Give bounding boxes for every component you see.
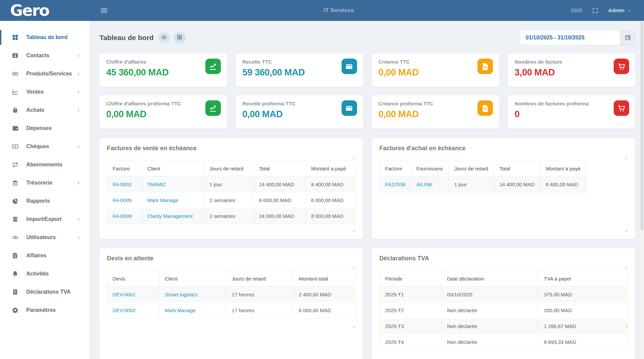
client-link[interactable]: Mark Manage xyxy=(165,307,196,313)
sidebar-item-depenses[interactable]: Dépenses xyxy=(0,119,89,137)
toggle-visibility-button[interactable] xyxy=(158,32,170,43)
record-link[interactable]: FA-0005 xyxy=(113,197,132,203)
receipt-icon xyxy=(11,288,19,296)
scroll-down-icon: ▼ xyxy=(625,326,628,329)
sidebar-item-produits-services[interactable]: Produits/Services xyxy=(0,65,89,83)
kpi-label: Chiffre d'affaires xyxy=(106,59,220,65)
declarations-tva-table: PériodeDate déclarationTVA à payer2025-T… xyxy=(379,271,628,350)
barcode-icon xyxy=(11,70,19,77)
client-link[interactable]: TARMIZ xyxy=(147,182,166,187)
record-link[interactable]: FA22536 xyxy=(385,182,405,187)
column-header: Jours de retard xyxy=(204,161,254,176)
record-link[interactable]: FA-0009 xyxy=(113,213,132,219)
client-link[interactable]: Clarity Management xyxy=(147,213,193,219)
kpi-card-recette-proforma-ttc: Recette proforma TTC0,00 MAD xyxy=(236,95,363,129)
table-cell: 2025-T3 xyxy=(380,318,442,334)
sidebar-item-affaires[interactable]: $Affaires xyxy=(0,247,89,265)
record-link[interactable]: DEV-0002 xyxy=(113,307,136,313)
sidebar-item-tableau-de-bord[interactable]: Tableau de bord xyxy=(0,28,89,46)
column-header: Fournisseur xyxy=(411,161,449,176)
client-link[interactable]: Mark Manage xyxy=(147,197,178,203)
sidebar-item-contacts[interactable]: Contacts xyxy=(0,46,89,65)
scroll-up-icon: ▲ xyxy=(625,266,628,269)
kpi-label: Chiffre d'affaires proforma TTC xyxy=(106,101,220,106)
sidebar-item-utilisateurs[interactable]: Utilisateurs xyxy=(0,228,89,247)
sidebar-item-declarations-tva[interactable]: Déclarations TVA xyxy=(0,283,89,301)
column-header: Total xyxy=(494,161,540,176)
scrollbar-thumb[interactable] xyxy=(641,22,643,230)
sidebar-item-tresorerie[interactable]: Trésorerie xyxy=(0,174,89,192)
table-cell: 17 heures xyxy=(226,302,293,319)
table-cell: Non déclarée xyxy=(442,334,538,350)
year-selector[interactable]: 2025 xyxy=(570,7,582,13)
kpi-value: 3,00 MAD xyxy=(515,67,628,78)
sidebar-nav: Tableau de bordContactsProduits/Services… xyxy=(0,28,89,319)
bank-icon xyxy=(11,179,19,187)
chart-line-icon xyxy=(205,59,221,74)
sidebar-item-import-export[interactable]: Import/Export xyxy=(0,210,89,228)
factures-d-achat-en-echeance-table: FactureFournisseurJours de retardTotalMo… xyxy=(379,161,586,193)
repeat-icon xyxy=(11,161,19,168)
app-logo[interactable]: Gero xyxy=(0,0,89,21)
panel-factures-d-achat-en-echeance: Factures d'achat en échéance▲FactureFour… xyxy=(372,138,635,239)
table-row: FA22536AILINK1 jour14 400,00 MAD8 400,00… xyxy=(380,176,586,193)
kpi-label: Recette TTC xyxy=(242,59,356,65)
id-card-icon xyxy=(11,52,19,59)
sidebar-item-cheques[interactable]: Chéques xyxy=(0,137,89,156)
kpi-value: 0 xyxy=(515,109,628,120)
chart-axis-icon xyxy=(11,88,19,96)
table-cell: 200,00 MAD xyxy=(538,302,628,318)
kpi-card-recette-ttc: Recette TTC59 360,00 MAD xyxy=(236,53,363,87)
kpi-value: 0,00 MAD xyxy=(379,109,493,120)
kpi-label: Recette proforma TTC xyxy=(242,101,356,106)
bag-icon xyxy=(11,106,19,114)
pie-icon xyxy=(11,197,19,205)
column-header: Montant a payé xyxy=(305,161,355,176)
panel-title: Déclarations TVA xyxy=(379,255,628,262)
sidebar-item-label: Achats xyxy=(26,107,76,113)
scroll-down-icon: ▼ xyxy=(352,230,355,233)
sidebar-item-rapports[interactable]: Rapports xyxy=(0,192,89,210)
table-cell: 6 893,33 MAD xyxy=(538,334,628,350)
panel-declarations-tva: Déclarations TVA▲PériodeDate déclaration… xyxy=(372,248,635,359)
kpi-label: Créance proforma TTC xyxy=(379,101,493,106)
table-cell: 03/10/2025 xyxy=(442,287,538,303)
scroll-down-icon: ▼ xyxy=(352,326,355,329)
fullscreen-button[interactable] xyxy=(591,7,599,14)
page-scrollbar[interactable] xyxy=(640,21,644,359)
date-range-picker xyxy=(520,31,635,45)
sidebar-item-label: Affaires xyxy=(26,253,81,259)
record-link[interactable]: DEV-0001 xyxy=(113,292,136,297)
table-row: FA-0005Mark Manage2 semaines6 000,00 MAD… xyxy=(107,192,355,208)
wallet-side-icon xyxy=(11,125,19,132)
client-link[interactable]: AILINK xyxy=(416,182,433,187)
sidebar-item-activites[interactable]: Activités xyxy=(0,265,89,283)
sidebar-item-parametres[interactable]: Paramètres xyxy=(0,301,89,319)
topbar: Gero IT Services 2025 Admin xyxy=(0,0,644,21)
chart-line-icon xyxy=(205,100,221,116)
date-range-input[interactable] xyxy=(520,31,620,45)
kpi-card-creance-proforma-ttc: Créance proforma TTC0,00 MAD xyxy=(372,95,499,129)
column-header: Facture xyxy=(107,161,142,176)
record-link[interactable]: FA-0001 xyxy=(113,182,132,187)
sidebar-item-abonnements[interactable]: Abonnements xyxy=(0,156,89,174)
kpi-value: 59 360,00 MAD xyxy=(242,67,356,78)
client-link[interactable]: Smart logistics xyxy=(165,292,198,297)
user-name: Admin xyxy=(608,7,624,13)
user-menu[interactable]: Admin xyxy=(608,7,631,13)
expand-icon xyxy=(592,7,598,14)
kpi-card-creance-ttc: Créance TTC0,00 MAD xyxy=(372,53,499,87)
table-cell: 2 400,00 MAD xyxy=(293,287,355,303)
file-invoice-icon: $ xyxy=(11,252,19,259)
chevron-right-icon xyxy=(76,108,81,112)
scroll-up-icon: ▲ xyxy=(625,156,628,159)
sidebar-item-achats[interactable]: Achats xyxy=(0,101,89,119)
widgets-layout-button[interactable] xyxy=(174,32,185,43)
factures-de-vente-en-echeance-table: FactureClientJours de retardTotalMontant… xyxy=(107,161,355,224)
table-row: FA-0001TARMIZ1 jour14 400,00 MAD8 400,00… xyxy=(107,176,355,193)
sidebar-item-ventes[interactable]: Ventes xyxy=(0,83,89,101)
column-header: Devis xyxy=(107,271,159,287)
menu-toggle-button[interactable] xyxy=(99,5,109,16)
cart-icon xyxy=(614,59,629,74)
calendar-button[interactable] xyxy=(620,31,635,45)
